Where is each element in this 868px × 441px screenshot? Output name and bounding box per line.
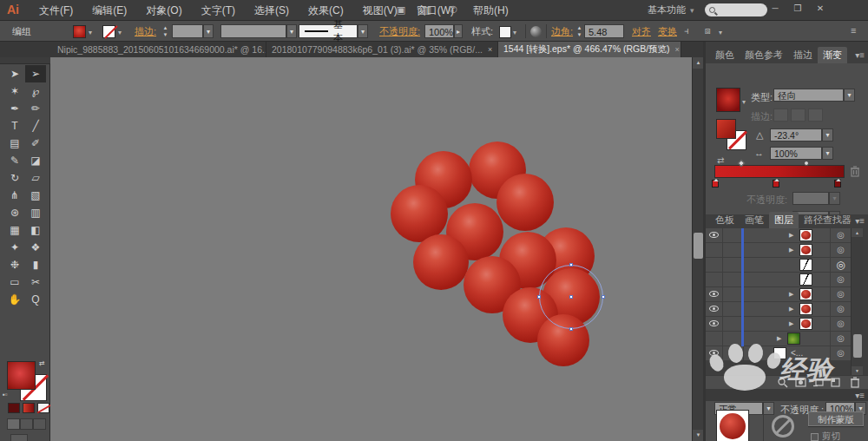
bridge-icon[interactable]: ▣ (393, 3, 409, 16)
rotate-tool[interactable]: ↻ (4, 169, 25, 187)
layer-visibility-toggle[interactable] (706, 302, 723, 316)
expand-triangle-icon[interactable]: ▶ (789, 232, 793, 239)
scrollbar-thumb[interactable] (853, 334, 862, 358)
close-icon[interactable]: × (488, 45, 492, 54)
grape-sphere-4[interactable] (496, 174, 554, 231)
layer-row-6[interactable]: ▶◎ (706, 302, 851, 317)
eraser-tool[interactable]: ◪ (25, 152, 46, 169)
menu-item-8[interactable]: 帮助(H) (464, 0, 518, 21)
none-button[interactable] (37, 403, 49, 413)
corner-link[interactable]: 边角: (551, 21, 573, 42)
minimize-button[interactable]: ─ (767, 2, 783, 16)
stroke-color-swatch[interactable] (102, 25, 115, 38)
layer-target-icon[interactable]: ◎ (830, 302, 851, 316)
gradient-swatch[interactable] (716, 88, 740, 112)
graph-tool[interactable]: ▮ (25, 256, 46, 273)
fill-indicator[interactable] (7, 361, 36, 390)
layer-target-icon[interactable]: ◎ (830, 228, 851, 242)
grape-sphere-8[interactable] (413, 234, 469, 290)
paintbrush-tool[interactable]: ✐ (25, 135, 46, 152)
layer-visibility-toggle[interactable] (706, 258, 723, 272)
panel-tab-路径查找器[interactable]: 路径查找器 (799, 212, 857, 228)
cs-live-icon[interactable]: ✆ (445, 3, 461, 16)
layer-target-icon[interactable]: ◎ (830, 273, 851, 286)
panel-tab-色板[interactable]: 色板 (710, 212, 740, 228)
clip-checkbox[interactable]: 剪切 (811, 431, 840, 441)
layer-visibility-toggle[interactable] (706, 243, 723, 257)
align-objects-icon[interactable]: ⫞ (684, 25, 689, 36)
layer-visibility-toggle[interactable] (706, 273, 723, 286)
scale-tool[interactable]: ▱ (25, 169, 46, 187)
direct-selection-tool[interactable]: ➢ (25, 65, 46, 82)
layer-target-icon[interactable]: ◎ (830, 332, 851, 346)
search-box[interactable] (705, 3, 767, 16)
scroll-down-icon[interactable]: ▼ (852, 366, 863, 375)
panel-tab-描边[interactable]: 描边 (788, 47, 818, 63)
layer-visibility-toggle[interactable] (706, 346, 723, 360)
rectangle-tool[interactable]: ▤ (4, 135, 25, 152)
layer-thumbnail[interactable] (787, 332, 800, 345)
scroll-up-icon[interactable]: ▲ (852, 228, 863, 237)
corner-radius-field[interactable]: 5.48 mm (584, 24, 624, 38)
shape-builder-tool[interactable]: ⊛ (4, 204, 25, 221)
layer-edit-column[interactable] (723, 346, 744, 360)
stroke-panel-link[interactable]: 描边: (135, 21, 156, 42)
menu-item-4[interactable]: 选择(S) (245, 0, 299, 21)
free-transform-tool[interactable]: ▧ (25, 187, 46, 204)
layers-scrollbar[interactable]: ▲ ▼ (851, 228, 863, 375)
make-mask-button[interactable]: 制作蒙版 (808, 411, 864, 426)
panel-tab-颜色[interactable]: 颜色 (710, 47, 740, 63)
chevron-down-icon[interactable]: ▾ (89, 29, 92, 36)
lasso-tool[interactable]: ℘ (25, 82, 46, 100)
layer-row-2[interactable]: ▶◎ (706, 243, 851, 258)
expand-triangle-icon[interactable]: ▶ (789, 247, 793, 253)
layer-target-icon[interactable]: ◎ (830, 346, 851, 360)
layer-visibility-toggle[interactable] (706, 228, 723, 242)
screen-mode-button[interactable] (10, 434, 28, 441)
layer-visibility-toggle[interactable] (706, 317, 723, 331)
panel-tab-画笔[interactable]: 画笔 (740, 212, 769, 228)
chevron-down-icon[interactable]: ▾ (742, 98, 746, 106)
chevron-down-icon[interactable]: ▾ (118, 29, 122, 36)
eyedropper-tool[interactable]: ✦ (4, 239, 25, 256)
pen-tool[interactable]: ✒ (4, 100, 25, 117)
menu-item-0[interactable]: 文件(F) (30, 0, 82, 21)
canvas-vertical-scrollbar[interactable]: ▲ ▼ (692, 57, 703, 441)
symbol-sprayer-tool[interactable]: ❉ (4, 256, 25, 273)
artboard-tool[interactable]: ▭ (4, 273, 25, 291)
layer-target-icon[interactable]: ◎ (830, 258, 851, 272)
draw-behind-button[interactable] (20, 418, 33, 430)
layer-row-9[interactable]: <...◎ (706, 346, 851, 361)
panel-menu-icon[interactable]: ▾≡ (855, 50, 865, 60)
aspect-ratio-dropdown[interactable]: ▾ (822, 147, 833, 160)
chevron-down-icon[interactable]: ▾ (513, 29, 516, 36)
menu-item-1[interactable]: 编辑(E) (82, 0, 136, 21)
graphic-style-swatch[interactable] (499, 26, 511, 38)
menu-item-2[interactable]: 对象(O) (136, 0, 191, 21)
brush-definition-field[interactable]: 基本 (299, 24, 358, 38)
tools-panel-header[interactable] (0, 57, 50, 64)
blend-tool[interactable]: ❖ (25, 239, 46, 256)
opacity-field[interactable]: 100% (424, 24, 454, 38)
layer-thumbnail[interactable] (799, 288, 812, 300)
fill-color-swatch[interactable] (73, 25, 86, 38)
expand-triangle-icon[interactable]: ▶ (789, 320, 793, 327)
layer-visibility-toggle[interactable] (706, 332, 723, 346)
line-segment-tool[interactable]: ╱ (25, 117, 46, 135)
slice-tool[interactable]: ✂ (25, 273, 46, 291)
expand-triangle-icon[interactable]: ▶ (789, 306, 793, 313)
gradient-angle-dropdown[interactable]: ▾ (822, 128, 833, 142)
gradient-angle-field[interactable]: -23.4° (770, 128, 822, 142)
recolor-artwork-icon[interactable] (530, 26, 542, 37)
layer-target-icon[interactable]: ◎ (830, 287, 851, 301)
draw-normal-button[interactable] (7, 418, 20, 430)
collapse-control-panel-icon[interactable]: ≡ (851, 25, 856, 36)
layer-row-5[interactable]: ▶◎ (706, 287, 851, 302)
gradient-button[interactable] (23, 403, 35, 413)
variable-width-profile-field[interactable] (220, 24, 286, 38)
color-button[interactable] (8, 403, 20, 413)
layer-row-4[interactable]: ◎ (706, 273, 851, 287)
layer-thumbnail[interactable] (799, 318, 812, 330)
layer-thumbnail[interactable] (799, 244, 812, 256)
layer-name[interactable]: <... (791, 348, 803, 358)
